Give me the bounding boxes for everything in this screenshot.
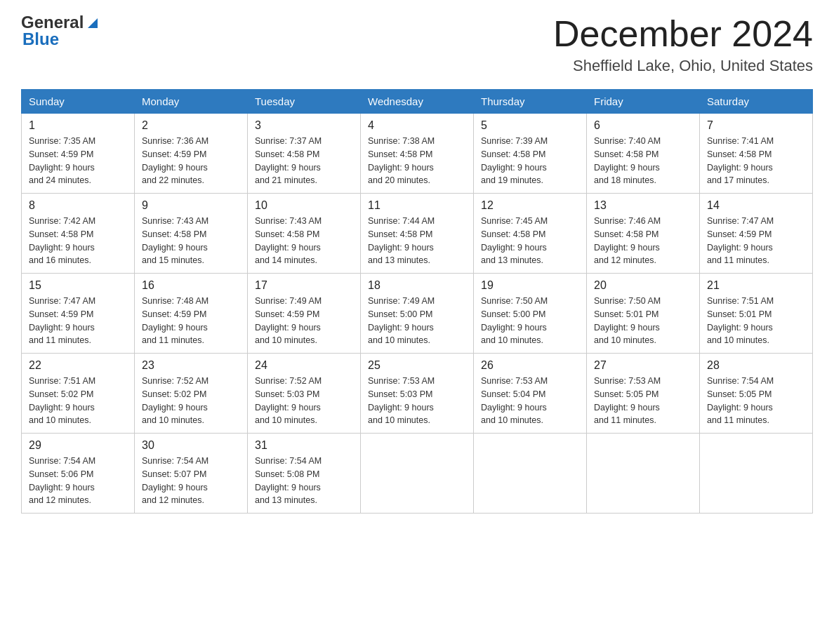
calendar-cell: 5 Sunrise: 7:39 AM Sunset: 4:58 PM Dayli… bbox=[474, 114, 587, 194]
calendar-cell: 1 Sunrise: 7:35 AM Sunset: 4:59 PM Dayli… bbox=[22, 114, 135, 194]
day-info: Sunrise: 7:54 AM Sunset: 5:07 PM Dayligh… bbox=[142, 455, 240, 507]
calendar-cell: 20 Sunrise: 7:50 AM Sunset: 5:01 PM Dayl… bbox=[587, 274, 700, 354]
day-number: 5 bbox=[481, 119, 579, 132]
day-number: 9 bbox=[142, 199, 240, 212]
day-info: Sunrise: 7:54 AM Sunset: 5:06 PM Dayligh… bbox=[29, 455, 127, 507]
day-info: Sunrise: 7:48 AM Sunset: 4:59 PM Dayligh… bbox=[142, 295, 240, 347]
day-number: 10 bbox=[255, 199, 353, 212]
day-info: Sunrise: 7:49 AM Sunset: 4:59 PM Dayligh… bbox=[255, 295, 353, 347]
column-header-friday: Friday bbox=[587, 90, 700, 114]
day-info: Sunrise: 7:52 AM Sunset: 5:02 PM Dayligh… bbox=[142, 375, 240, 427]
day-number: 21 bbox=[707, 279, 805, 292]
day-number: 22 bbox=[29, 359, 127, 372]
day-info: Sunrise: 7:51 AM Sunset: 5:01 PM Dayligh… bbox=[707, 295, 805, 347]
day-number: 26 bbox=[481, 359, 579, 372]
day-number: 15 bbox=[29, 279, 127, 292]
svg-marker-0 bbox=[88, 18, 98, 28]
calendar-week-row: 1 Sunrise: 7:35 AM Sunset: 4:59 PM Dayli… bbox=[22, 114, 813, 194]
calendar-cell: 11 Sunrise: 7:44 AM Sunset: 4:58 PM Dayl… bbox=[361, 194, 474, 274]
calendar-cell: 30 Sunrise: 7:54 AM Sunset: 5:07 PM Dayl… bbox=[135, 434, 248, 514]
column-header-saturday: Saturday bbox=[700, 90, 813, 114]
day-number: 20 bbox=[594, 279, 692, 292]
logo-general-text: General bbox=[21, 14, 84, 31]
column-header-wednesday: Wednesday bbox=[361, 90, 474, 114]
calendar-cell: 28 Sunrise: 7:54 AM Sunset: 5:05 PM Dayl… bbox=[700, 354, 813, 434]
day-info: Sunrise: 7:36 AM Sunset: 4:59 PM Dayligh… bbox=[142, 135, 240, 187]
day-info: Sunrise: 7:52 AM Sunset: 5:03 PM Dayligh… bbox=[255, 375, 353, 427]
title-block: December 2024 Sheffield Lake, Ohio, Unit… bbox=[553, 14, 813, 75]
calendar-cell: 16 Sunrise: 7:48 AM Sunset: 4:59 PM Dayl… bbox=[135, 274, 248, 354]
logo-triangle-icon bbox=[85, 15, 100, 31]
calendar-cell: 12 Sunrise: 7:45 AM Sunset: 4:58 PM Dayl… bbox=[474, 194, 587, 274]
day-number: 27 bbox=[594, 359, 692, 372]
day-info: Sunrise: 7:49 AM Sunset: 5:00 PM Dayligh… bbox=[368, 295, 466, 347]
day-info: Sunrise: 7:53 AM Sunset: 5:04 PM Dayligh… bbox=[481, 375, 579, 427]
day-number: 19 bbox=[481, 279, 579, 292]
day-number: 4 bbox=[368, 119, 466, 132]
calendar-cell bbox=[474, 434, 587, 514]
day-info: Sunrise: 7:37 AM Sunset: 4:58 PM Dayligh… bbox=[255, 135, 353, 187]
calendar-week-row: 15 Sunrise: 7:47 AM Sunset: 4:59 PM Dayl… bbox=[22, 274, 813, 354]
logo-blue-text: Blue bbox=[22, 31, 59, 48]
day-info: Sunrise: 7:54 AM Sunset: 5:05 PM Dayligh… bbox=[707, 375, 805, 427]
day-info: Sunrise: 7:45 AM Sunset: 4:58 PM Dayligh… bbox=[481, 215, 579, 267]
calendar-week-row: 29 Sunrise: 7:54 AM Sunset: 5:06 PM Dayl… bbox=[22, 434, 813, 514]
calendar-cell: 18 Sunrise: 7:49 AM Sunset: 5:00 PM Dayl… bbox=[361, 274, 474, 354]
column-header-sunday: Sunday bbox=[22, 90, 135, 114]
calendar-cell: 15 Sunrise: 7:47 AM Sunset: 4:59 PM Dayl… bbox=[22, 274, 135, 354]
column-header-monday: Monday bbox=[135, 90, 248, 114]
calendar-cell: 8 Sunrise: 7:42 AM Sunset: 4:58 PM Dayli… bbox=[22, 194, 135, 274]
month-title: December 2024 bbox=[553, 14, 813, 54]
day-info: Sunrise: 7:51 AM Sunset: 5:02 PM Dayligh… bbox=[29, 375, 127, 427]
day-number: 16 bbox=[142, 279, 240, 292]
column-header-tuesday: Tuesday bbox=[248, 90, 361, 114]
day-info: Sunrise: 7:54 AM Sunset: 5:08 PM Dayligh… bbox=[255, 455, 353, 507]
calendar-cell: 21 Sunrise: 7:51 AM Sunset: 5:01 PM Dayl… bbox=[700, 274, 813, 354]
logo: General Blue bbox=[21, 14, 100, 48]
calendar-cell: 29 Sunrise: 7:54 AM Sunset: 5:06 PM Dayl… bbox=[22, 434, 135, 514]
day-number: 7 bbox=[707, 119, 805, 132]
calendar-cell: 7 Sunrise: 7:41 AM Sunset: 4:58 PM Dayli… bbox=[700, 114, 813, 194]
day-number: 2 bbox=[142, 119, 240, 132]
day-info: Sunrise: 7:50 AM Sunset: 5:00 PM Dayligh… bbox=[481, 295, 579, 347]
day-number: 17 bbox=[255, 279, 353, 292]
calendar-cell: 31 Sunrise: 7:54 AM Sunset: 5:08 PM Dayl… bbox=[248, 434, 361, 514]
day-number: 12 bbox=[481, 199, 579, 212]
day-number: 23 bbox=[142, 359, 240, 372]
day-number: 28 bbox=[707, 359, 805, 372]
calendar-cell: 9 Sunrise: 7:43 AM Sunset: 4:58 PM Dayli… bbox=[135, 194, 248, 274]
calendar-week-row: 22 Sunrise: 7:51 AM Sunset: 5:02 PM Dayl… bbox=[22, 354, 813, 434]
calendar-cell: 27 Sunrise: 7:53 AM Sunset: 5:05 PM Dayl… bbox=[587, 354, 700, 434]
day-info: Sunrise: 7:44 AM Sunset: 4:58 PM Dayligh… bbox=[368, 215, 466, 267]
calendar-header-row: SundayMondayTuesdayWednesdayThursdayFrid… bbox=[22, 90, 813, 114]
calendar-cell: 22 Sunrise: 7:51 AM Sunset: 5:02 PM Dayl… bbox=[22, 354, 135, 434]
day-info: Sunrise: 7:41 AM Sunset: 4:58 PM Dayligh… bbox=[707, 135, 805, 187]
day-number: 14 bbox=[707, 199, 805, 212]
day-number: 25 bbox=[368, 359, 466, 372]
calendar-cell: 14 Sunrise: 7:47 AM Sunset: 4:59 PM Dayl… bbox=[700, 194, 813, 274]
calendar-cell bbox=[587, 434, 700, 514]
day-info: Sunrise: 7:47 AM Sunset: 4:59 PM Dayligh… bbox=[29, 295, 127, 347]
day-number: 30 bbox=[142, 439, 240, 452]
day-info: Sunrise: 7:46 AM Sunset: 4:58 PM Dayligh… bbox=[594, 215, 692, 267]
day-info: Sunrise: 7:53 AM Sunset: 5:03 PM Dayligh… bbox=[368, 375, 466, 427]
day-info: Sunrise: 7:38 AM Sunset: 4:58 PM Dayligh… bbox=[368, 135, 466, 187]
day-info: Sunrise: 7:50 AM Sunset: 5:01 PM Dayligh… bbox=[594, 295, 692, 347]
day-info: Sunrise: 7:53 AM Sunset: 5:05 PM Dayligh… bbox=[594, 375, 692, 427]
calendar-cell: 23 Sunrise: 7:52 AM Sunset: 5:02 PM Dayl… bbox=[135, 354, 248, 434]
day-info: Sunrise: 7:42 AM Sunset: 4:58 PM Dayligh… bbox=[29, 215, 127, 267]
column-header-thursday: Thursday bbox=[474, 90, 587, 114]
calendar-cell: 10 Sunrise: 7:43 AM Sunset: 4:58 PM Dayl… bbox=[248, 194, 361, 274]
day-info: Sunrise: 7:40 AM Sunset: 4:58 PM Dayligh… bbox=[594, 135, 692, 187]
day-number: 18 bbox=[368, 279, 466, 292]
day-number: 24 bbox=[255, 359, 353, 372]
day-number: 6 bbox=[594, 119, 692, 132]
calendar-cell: 25 Sunrise: 7:53 AM Sunset: 5:03 PM Dayl… bbox=[361, 354, 474, 434]
day-number: 3 bbox=[255, 119, 353, 132]
calendar-cell bbox=[361, 434, 474, 514]
calendar-cell: 19 Sunrise: 7:50 AM Sunset: 5:00 PM Dayl… bbox=[474, 274, 587, 354]
day-number: 1 bbox=[29, 119, 127, 132]
calendar-cell: 6 Sunrise: 7:40 AM Sunset: 4:58 PM Dayli… bbox=[587, 114, 700, 194]
day-info: Sunrise: 7:43 AM Sunset: 4:58 PM Dayligh… bbox=[142, 215, 240, 267]
calendar-cell: 3 Sunrise: 7:37 AM Sunset: 4:58 PM Dayli… bbox=[248, 114, 361, 194]
